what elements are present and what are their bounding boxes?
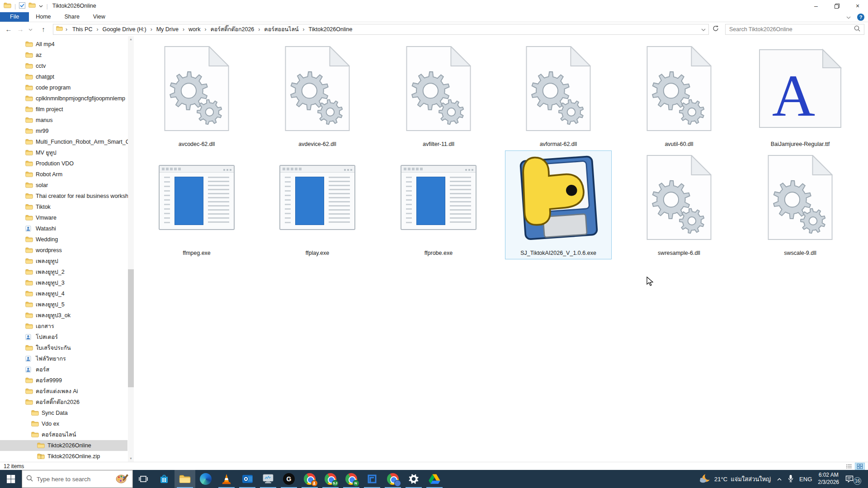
close-button[interactable]: × xyxy=(847,0,868,12)
sidebar-item[interactable]: เพลงยูทูป_5 xyxy=(0,299,127,310)
file-item[interactable]: ffprobe.exe xyxy=(385,150,492,259)
details-view-icon[interactable] xyxy=(844,463,854,469)
taskbar-app-system-monitor[interactable] xyxy=(258,470,278,488)
sidebar-item[interactable]: Vdo ex xyxy=(0,418,127,429)
file-item[interactable]: avfilter-11.dll xyxy=(385,42,492,150)
sidebar-item[interactable]: Prodution VDO xyxy=(0,158,127,169)
breadcrumb-item[interactable]: Tiktok2026Online xyxy=(307,25,355,33)
sidebar-item[interactable]: คอร์สติ๊กต๊อก2026 xyxy=(0,397,127,408)
file-item[interactable]: ABaiJamjuree-Regular.ttf xyxy=(747,42,854,150)
sidebar-item[interactable]: Wedding xyxy=(0,234,127,245)
sidebar-item[interactable]: manus xyxy=(0,115,127,126)
breadcrumb-item[interactable]: work xyxy=(186,25,203,33)
file-item[interactable]: SJ_TiktokAI2026_V_1.0.6.exe xyxy=(505,150,612,259)
file-item[interactable]: ffplay.exe xyxy=(264,150,371,259)
file-item[interactable]: ffmpeg.exe xyxy=(143,150,250,259)
file-item[interactable]: avformat-62.dll xyxy=(505,42,612,150)
breadcrumb-item[interactable]: Google Drive (H:) xyxy=(100,25,148,33)
sidebar-item[interactable]: Sync Data xyxy=(0,408,127,418)
sidebar-item[interactable]: Watashi xyxy=(0,223,127,234)
scroll-down-icon[interactable]: ▼ xyxy=(128,455,134,462)
sidebar-item[interactable]: cplklnmnlbnpmjogncfgfijoopmnlemp xyxy=(0,93,127,104)
search-input[interactable] xyxy=(729,26,854,33)
sidebar-item[interactable]: Thai creator for real business workshop xyxy=(0,191,127,202)
sidebar-item[interactable]: MV ยูทูป xyxy=(0,147,127,158)
sidebar-item[interactable]: โปสเตอร์ xyxy=(0,332,127,343)
sidebar-item[interactable]: az xyxy=(0,50,127,61)
tab-share[interactable]: Share xyxy=(58,12,86,22)
search-icon[interactable] xyxy=(854,25,860,33)
large-icons-view-icon[interactable] xyxy=(855,463,864,469)
back-button[interactable]: ← xyxy=(4,25,14,33)
restore-button[interactable] xyxy=(826,0,847,12)
sidebar-item[interactable]: All mp4 xyxy=(0,39,127,50)
refresh-icon[interactable] xyxy=(711,25,721,33)
taskbar-app-settings[interactable] xyxy=(403,470,424,488)
taskbar-app-logitech-g[interactable]: G xyxy=(278,470,299,488)
sidebar-item[interactable]: chatgpt xyxy=(0,71,127,82)
file-item[interactable]: swresample-6.dll xyxy=(626,150,732,259)
sidebar-item[interactable]: เพลงยูทูป xyxy=(0,256,127,267)
tab-view[interactable]: View xyxy=(86,12,112,22)
sidebar-item[interactable]: Multi_Function_Robot_Arm_Smart_Car xyxy=(0,136,127,147)
forward-button[interactable]: → xyxy=(15,25,25,33)
language-indicator[interactable]: ENG xyxy=(799,476,812,483)
breadcrumb-item[interactable]: My Drive xyxy=(154,25,181,33)
sidebar-item[interactable]: คอร์สออนไลน์ xyxy=(0,429,127,440)
taskbar-app-task-view[interactable] xyxy=(133,470,154,488)
sidebar-item[interactable]: คอร์ส xyxy=(0,364,127,375)
taskbar-app-blue-app[interactable] xyxy=(362,470,382,488)
sidebar-item[interactable]: Tiktok2026Online xyxy=(0,440,127,451)
sidebar-item[interactable]: Tiktok xyxy=(0,202,127,212)
taskbar-app-outlook[interactable] xyxy=(237,470,258,488)
sidebar-item[interactable]: code program xyxy=(0,82,127,93)
sidebar-item[interactable]: ไฟล์วิทยากร xyxy=(0,353,127,364)
taskbar-app-microsoft-store[interactable] xyxy=(154,470,175,488)
sidebar-item[interactable]: เอกสาร xyxy=(0,321,127,332)
sidebar-item[interactable]: Tiktok2026Online.zip xyxy=(0,451,127,462)
breadcrumb-item[interactable]: คอร์สติ๊กต๊อก2026 xyxy=(208,24,256,35)
qat-dropdown-icon[interactable] xyxy=(39,3,43,9)
up-button[interactable]: ↑ xyxy=(38,25,48,33)
microphone-icon[interactable] xyxy=(788,474,793,484)
sidebar-item[interactable]: คอร์สแต่งเพลง Ai xyxy=(0,386,127,397)
notification-center[interactable]: 16 xyxy=(845,475,859,483)
scrollbar-thumb[interactable] xyxy=(128,269,134,387)
taskbar-app-google-drive[interactable] xyxy=(424,470,445,488)
sidebar-item[interactable]: wordpress xyxy=(0,245,127,256)
taskbar-app-edge[interactable] xyxy=(195,470,216,488)
sidebar-item[interactable]: solar xyxy=(0,180,127,191)
new-folder-icon[interactable] xyxy=(28,2,36,9)
weather-widget[interactable]: 21°C แจ่มใสส่วนใหญ่ xyxy=(698,473,771,485)
taskbar-app-vlc[interactable] xyxy=(216,470,237,488)
minimize-button[interactable]: – xyxy=(806,0,826,12)
sidebar-item[interactable]: mr99 xyxy=(0,126,127,136)
taskbar-app-chrome-profile-sj[interactable]: SJ xyxy=(320,470,341,488)
taskbar-app-file-explorer[interactable] xyxy=(175,470,195,488)
scroll-up-icon[interactable]: ▲ xyxy=(128,36,134,42)
sidebar-item[interactable]: เพลงยูทูป_4 xyxy=(0,288,127,299)
tab-file[interactable]: File xyxy=(0,12,29,22)
sidebar-item[interactable]: Robot Arm xyxy=(0,169,127,180)
breadcrumb-item[interactable]: This PC xyxy=(70,25,94,33)
taskbar-app-chrome-profile-n[interactable]: N xyxy=(341,470,362,488)
properties-check-icon[interactable] xyxy=(19,2,25,10)
sidebar-item[interactable]: Vmware xyxy=(0,212,127,223)
recent-locations-icon[interactable] xyxy=(27,26,34,33)
tab-home[interactable]: Home xyxy=(29,12,57,22)
sidebar-item[interactable]: คอร์ส9999 xyxy=(0,375,127,386)
explorer-search[interactable] xyxy=(725,24,864,35)
sidebar-item[interactable]: ใบเสร็จประกัน xyxy=(0,343,127,353)
taskbar-app-chrome-profile-2[interactable] xyxy=(382,470,403,488)
start-button[interactable] xyxy=(0,470,22,488)
sidebar-item[interactable]: เพลงยูทูป_2 xyxy=(0,267,127,277)
hidden-icons-chevron[interactable] xyxy=(777,476,782,483)
file-item[interactable]: swscale-9.dll xyxy=(747,150,854,259)
file-item[interactable]: avcodec-62.dll xyxy=(143,42,250,150)
file-item[interactable]: avdevice-62.dll xyxy=(264,42,371,150)
help-icon[interactable]: ? xyxy=(857,14,864,21)
sidebar-item[interactable]: เพลงยูทูป3_ok xyxy=(0,310,127,321)
sidebar-item[interactable]: cctv xyxy=(0,61,127,71)
sidebar-scrollbar[interactable]: ▲ ▼ xyxy=(128,36,134,462)
file-item[interactable]: avutil-60.dll xyxy=(626,42,732,150)
